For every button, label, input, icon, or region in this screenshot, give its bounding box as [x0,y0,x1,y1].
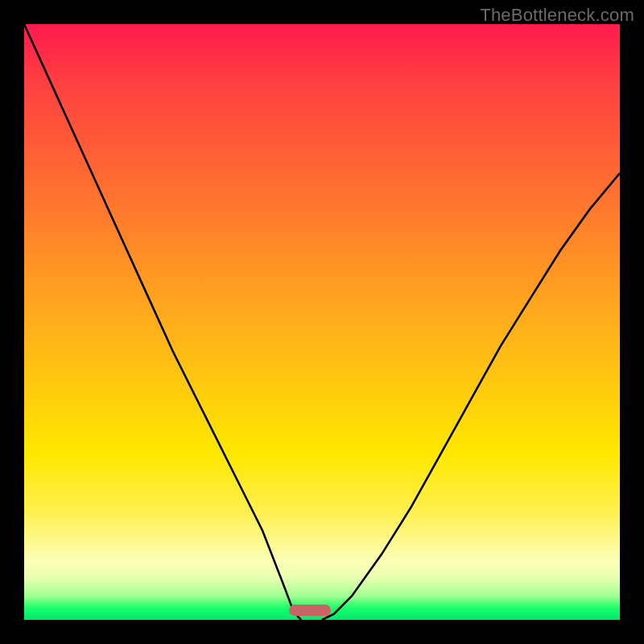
optimum-marker [289,605,331,616]
curve-left-branch [24,24,301,620]
watermark-text: TheBottleneck.com [480,5,634,26]
curve-right-branch [322,173,620,620]
plot-area [24,24,620,620]
chart-frame: TheBottleneck.com [0,0,644,644]
curve-svg [24,24,620,620]
